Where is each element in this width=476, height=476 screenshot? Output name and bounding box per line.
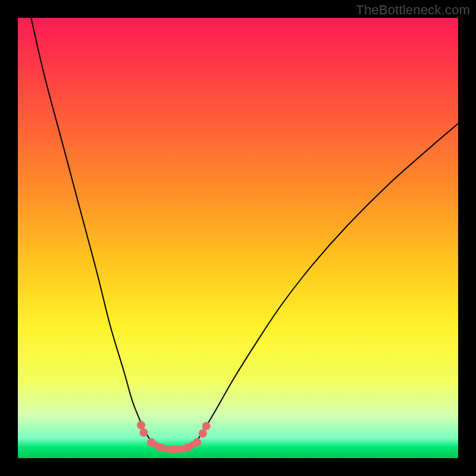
curve-marker bbox=[137, 421, 145, 430]
watermark-text: TheBottleneck.com bbox=[356, 2, 470, 18]
curve-marker bbox=[147, 438, 155, 446]
chart-frame: TheBottleneck.com bbox=[0, 0, 476, 476]
plot-area bbox=[18, 18, 458, 458]
curve-layer bbox=[18, 18, 458, 458]
curve-marker bbox=[202, 422, 211, 430]
curve-marker bbox=[140, 428, 148, 437]
bottleneck-curve bbox=[31, 18, 458, 449]
curve-marker bbox=[199, 430, 207, 438]
curve-marker bbox=[193, 438, 201, 446]
curve-marker bbox=[183, 443, 192, 452]
curve-marker bbox=[170, 445, 178, 453]
curve-marker bbox=[157, 443, 165, 452]
